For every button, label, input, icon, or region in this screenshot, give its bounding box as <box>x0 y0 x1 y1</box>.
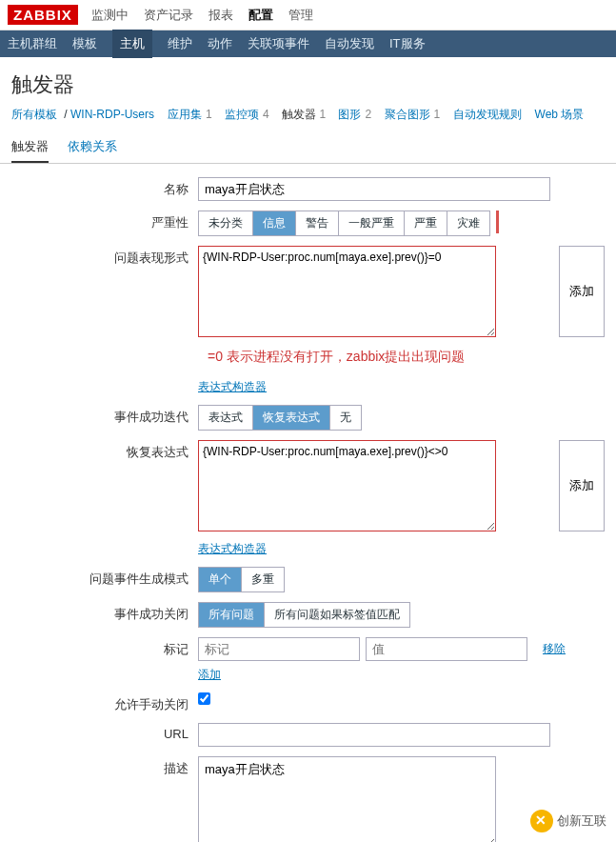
subnav-correlation[interactable]: 关联项事件 <box>248 35 309 52</box>
name-label: 名称 <box>11 177 198 198</box>
crumb-items[interactable]: 监控项 <box>225 108 259 121</box>
nav-configuration[interactable]: 配置 <box>248 7 273 24</box>
logo: ZABBIX <box>8 5 78 25</box>
url-label: URL <box>11 723 198 741</box>
allow-manual-close-checkbox[interactable] <box>198 692 210 705</box>
close-tagmatch[interactable]: 所有问题如果标签值匹配 <box>265 603 409 627</box>
sev-information[interactable]: 信息 <box>253 211 296 235</box>
gen-expression[interactable]: 表达式 <box>199 406 253 430</box>
severity-color-bar <box>496 210 499 233</box>
allow-manual-close-label: 允许手动关闭 <box>11 692 198 713</box>
subnav-discovery[interactable]: 自动发现 <box>325 35 374 52</box>
tag-name-input[interactable] <box>198 637 360 661</box>
gen-none[interactable]: 无 <box>330 406 361 430</box>
crumb-all-templates[interactable]: 所有模板 <box>11 108 57 121</box>
sev-high[interactable]: 严重 <box>405 211 447 235</box>
expression-builder-link[interactable]: 表达式构造器 <box>198 380 267 393</box>
crumb-apps[interactable]: 应用集 <box>168 108 202 121</box>
expression-label: 问题表现形式 <box>11 246 198 267</box>
crumb-screens[interactable]: 聚合图形 <box>385 108 430 121</box>
tag-label: 标记 <box>11 637 198 658</box>
crumb-graphs-count: 2 <box>365 108 371 121</box>
mode-segment: 单个 多重 <box>198 567 285 592</box>
expression-add-button[interactable]: 添加 <box>559 246 605 337</box>
tag-remove-link[interactable]: 移除 <box>543 641 566 657</box>
recovery-textarea[interactable] <box>198 440 496 531</box>
crumb-items-count: 4 <box>263 108 269 121</box>
footer-brand: 创新互联 <box>530 810 606 832</box>
sev-disaster[interactable]: 灾难 <box>447 211 489 235</box>
generation-label: 事件成功迭代 <box>11 405 198 426</box>
crumb-web[interactable]: Web 场景 <box>535 108 585 121</box>
tabs: 触发器 依赖关系 <box>0 132 616 164</box>
sub-nav: 主机群组 模板 主机 维护 动作 关联项事件 自动发现 IT服务 <box>0 30 616 57</box>
severity-segment: 未分类 信息 警告 一般严重 严重 灾难 <box>198 210 490 236</box>
close-segment: 所有问题 所有问题如果标签值匹配 <box>198 602 410 628</box>
recovery-add-button[interactable]: 添加 <box>559 440 605 531</box>
recovery-builder-link[interactable]: 表达式构造器 <box>198 542 267 555</box>
crumb-triggers-count: 1 <box>319 108 326 121</box>
subnav-hostgroups[interactable]: 主机群组 <box>8 35 57 52</box>
tag-value-input[interactable] <box>366 637 527 661</box>
trigger-form: 名称 严重性 未分类 信息 警告 一般严重 严重 灾难 问题表现形式 添加 =0… <box>0 164 616 842</box>
url-input[interactable] <box>198 723 550 747</box>
crumb-graphs[interactable]: 图形 <box>338 108 361 121</box>
recovery-label: 恢复表达式 <box>11 440 198 461</box>
name-input[interactable] <box>198 177 550 201</box>
crumb-host[interactable]: WIN-RDP-Users <box>70 108 154 121</box>
severity-label: 严重性 <box>11 210 198 231</box>
tab-trigger[interactable]: 触发器 <box>11 132 49 163</box>
close-label: 事件成功关闭 <box>11 602 198 623</box>
tab-dependencies[interactable]: 依赖关系 <box>68 132 117 163</box>
generation-segment: 表达式 恢复表达式 无 <box>198 405 362 431</box>
breadcrumb: 所有模板 / WIN-RDP-Users 应用集1 监控项4 触发器 1 图形2… <box>0 107 616 132</box>
nav-administration[interactable]: 管理 <box>288 7 313 24</box>
subnav-hosts[interactable]: 主机 <box>112 30 152 58</box>
subnav-actions[interactable]: 动作 <box>208 35 232 52</box>
tag-add-link[interactable]: 添加 <box>198 668 221 681</box>
subnav-maintenance[interactable]: 维护 <box>168 35 192 52</box>
crumb-screens-count: 1 <box>434 108 441 121</box>
nav-inventory[interactable]: 资产记录 <box>144 7 193 24</box>
nav-monitoring[interactable]: 监测中 <box>91 7 129 24</box>
brand-text: 创新互联 <box>557 812 606 830</box>
gen-recovery[interactable]: 恢复表达式 <box>253 406 330 430</box>
sev-average[interactable]: 一般严重 <box>339 211 405 235</box>
description-textarea[interactable] <box>198 756 496 842</box>
sev-notclassified[interactable]: 未分类 <box>199 211 253 235</box>
expression-note: =0 表示进程没有打开，zabbix提出出现问题 <box>198 341 605 375</box>
sev-warning[interactable]: 警告 <box>296 211 339 235</box>
crumb-triggers: 触发器 <box>282 108 316 121</box>
top-nav: 监测中 资产记录 报表 配置 管理 <box>91 7 313 24</box>
crumb-discovery-rules[interactable]: 自动发现规则 <box>453 108 522 121</box>
page-title: 触发器 <box>0 57 616 107</box>
subnav-itservices[interactable]: IT服务 <box>389 35 426 52</box>
subnav-templates[interactable]: 模板 <box>72 35 97 52</box>
mode-multiple[interactable]: 多重 <box>242 568 284 591</box>
mode-label: 问题事件生成模式 <box>11 567 198 588</box>
description-label: 描述 <box>11 756 198 777</box>
brand-icon <box>530 810 553 832</box>
mode-single[interactable]: 单个 <box>199 568 242 591</box>
close-all[interactable]: 所有问题 <box>199 603 265 627</box>
crumb-apps-count: 1 <box>206 108 212 121</box>
expression-textarea[interactable] <box>198 246 496 337</box>
nav-reports[interactable]: 报表 <box>209 7 233 24</box>
